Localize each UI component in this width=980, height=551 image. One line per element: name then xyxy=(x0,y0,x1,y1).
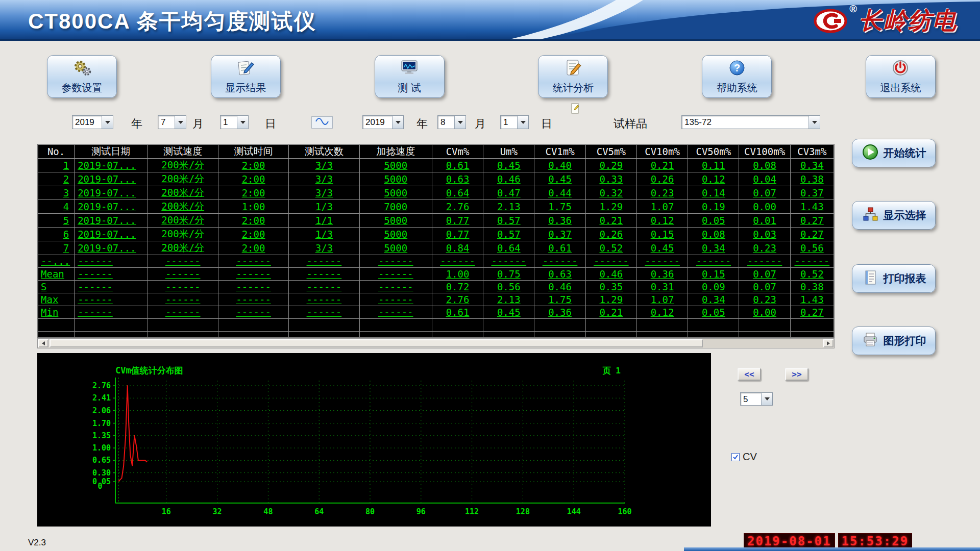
help-icon: ? xyxy=(728,59,746,79)
table-cell: 0.05 xyxy=(688,306,739,319)
table-row[interactable]: Mean------------------------------1.000.… xyxy=(38,268,834,281)
table-cell: 3/3 xyxy=(289,186,359,200)
table-row[interactable] xyxy=(38,319,834,332)
page-previous-button[interactable]: << xyxy=(738,368,761,381)
table-cell: 0.56 xyxy=(790,241,834,255)
start-day-select[interactable]: 1 xyxy=(220,115,249,129)
table-cell xyxy=(289,332,359,338)
table-row[interactable]: 12019-07...200米/分2:003/350000.610.450.40… xyxy=(38,159,834,172)
column-header: CV10m% xyxy=(636,145,688,159)
report-icon xyxy=(862,269,879,288)
table-horizontal-scrollbar[interactable] xyxy=(37,338,835,348)
table-cell xyxy=(585,332,636,338)
svg-text:96: 96 xyxy=(416,507,426,516)
table-cell xyxy=(585,319,636,332)
start-year-label: 年 xyxy=(131,116,142,132)
test-button[interactable]: 测 试 xyxy=(375,55,445,98)
chevron-down-icon[interactable] xyxy=(454,116,465,129)
end-month-select[interactable]: 8 xyxy=(437,115,466,129)
statistics-button[interactable]: 统计分析 xyxy=(538,55,608,98)
column-header: Um% xyxy=(483,145,534,159)
table-row[interactable]: --...-----------------------------------… xyxy=(38,255,834,268)
page-next-button[interactable]: >> xyxy=(785,368,808,381)
table-cell: 0.61 xyxy=(432,306,483,319)
table-cell: 0.09 xyxy=(688,281,739,293)
table-cell: 2:00 xyxy=(218,159,288,172)
graphic-print-button[interactable]: 图形打印 xyxy=(852,327,936,355)
table-cell: ------ xyxy=(75,306,148,319)
table-cell: ------ xyxy=(289,306,359,319)
column-header: 加捻速度 xyxy=(359,145,432,159)
table-cell: 0.12 xyxy=(636,214,688,228)
table-row[interactable]: 72019-07...200米/分2:003/350000.840.640.61… xyxy=(38,241,834,255)
table-cell xyxy=(483,319,534,332)
exit-button[interactable]: 退出系统 xyxy=(866,55,936,98)
table-row[interactable]: Min------------------------------0.610.4… xyxy=(38,306,834,319)
table-cell: 2019-07... xyxy=(75,186,148,200)
page-size-select[interactable]: 5 xyxy=(740,392,773,406)
scroll-right-button[interactable] xyxy=(823,339,834,347)
table-cell: 1/1 xyxy=(289,214,359,228)
table-cell: 5000 xyxy=(359,159,432,172)
table-cell: 0.26 xyxy=(585,228,636,241)
cv-checkbox-label: CV xyxy=(743,451,757,463)
chevron-down-icon[interactable] xyxy=(808,116,820,129)
cvm-distribution-chart: 2.762.412.061.701.351.000.650.300.050163… xyxy=(37,353,711,527)
table-row[interactable]: 22019-07...200米/分2:003/350000.630.460.45… xyxy=(38,172,834,186)
play-icon xyxy=(862,143,879,163)
chevron-down-icon[interactable] xyxy=(392,116,403,129)
cv-checkbox[interactable] xyxy=(731,453,740,461)
table-cell: ------ xyxy=(148,306,218,319)
table-row[interactable]: 42019-07...200米/分1:001/370002.762.131.75… xyxy=(38,200,834,214)
table-row[interactable]: Max------------------------------2.762.1… xyxy=(38,293,834,306)
bottom-edge-decoration xyxy=(684,547,980,551)
table-cell: 0.27 xyxy=(790,228,834,241)
end-day-select[interactable]: 1 xyxy=(500,115,529,129)
end-year-label: 年 xyxy=(416,116,428,132)
chevron-down-icon[interactable] xyxy=(517,116,528,129)
svg-text:64: 64 xyxy=(314,507,324,516)
settings-button[interactable]: 参数设置 xyxy=(47,55,117,98)
table-cell: 0.32 xyxy=(585,186,636,200)
help-button-label: 帮助系统 xyxy=(717,81,757,95)
table-cell: 1.29 xyxy=(585,200,636,214)
table-cell: 0.07 xyxy=(739,268,790,281)
scrollbar-thumb[interactable] xyxy=(50,339,703,347)
chevron-down-icon[interactable] xyxy=(237,116,248,129)
table-cell: ------ xyxy=(359,293,432,306)
show-results-button[interactable]: 显示结果 xyxy=(211,55,281,98)
table-cell: 0.35 xyxy=(585,281,636,293)
table-cell: ------ xyxy=(218,268,288,281)
clipboard-pencil-icon[interactable] xyxy=(570,102,580,117)
page-title: CT800CA 条干均匀度测试仪 xyxy=(28,7,316,36)
table-cell: ------ xyxy=(75,268,148,281)
table-row[interactable]: 62019-07...200米/分2:001/350000.770.570.37… xyxy=(38,228,834,241)
date-range-button[interactable] xyxy=(311,116,333,129)
start-statistics-button[interactable]: 开始统计 xyxy=(852,139,936,167)
svg-text:144: 144 xyxy=(567,507,581,516)
svg-text:160: 160 xyxy=(618,507,631,516)
start-year-select[interactable]: 2019 xyxy=(72,115,113,129)
table-row[interactable]: S------------------------------0.720.560… xyxy=(38,281,834,293)
table-cell: 0.21 xyxy=(636,159,688,172)
column-header: CVm% xyxy=(432,145,483,159)
table-cell: 5000 xyxy=(359,172,432,186)
table-cell: 0.03 xyxy=(739,228,790,241)
chevron-down-icon[interactable] xyxy=(175,116,186,129)
start-month-select[interactable]: 7 xyxy=(158,115,186,129)
table-cell xyxy=(534,319,585,332)
table-row[interactable]: 52019-07...200米/分2:001/150000.770.570.36… xyxy=(38,214,834,228)
table-cell: 2 xyxy=(38,172,75,186)
sample-select[interactable]: 135-72 xyxy=(681,115,820,129)
chevron-down-icon[interactable] xyxy=(102,116,113,129)
chevron-down-icon[interactable] xyxy=(761,393,772,405)
table-row[interactable] xyxy=(38,332,834,338)
end-year-select[interactable]: 2019 xyxy=(362,115,404,129)
display-select-button[interactable]: 显示选择 xyxy=(852,201,936,230)
svg-text:1.00: 1.00 xyxy=(92,443,111,453)
scroll-left-button[interactable] xyxy=(38,339,48,347)
table-cell: 0.45 xyxy=(483,159,534,172)
table-row[interactable]: 32019-07...200米/分2:003/350000.640.470.44… xyxy=(38,186,834,200)
print-report-button[interactable]: 打印报表 xyxy=(852,264,936,293)
help-button[interactable]: ? 帮助系统 xyxy=(702,55,772,98)
